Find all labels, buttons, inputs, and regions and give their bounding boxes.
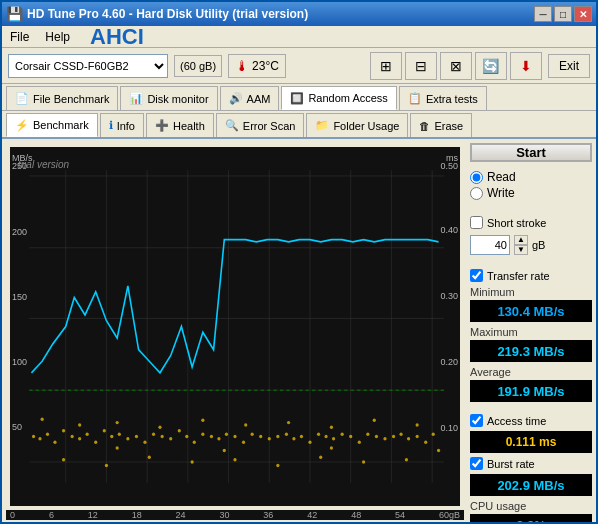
spin-down-button[interactable]: ▼ bbox=[514, 245, 528, 255]
svg-point-58 bbox=[383, 437, 386, 440]
health-label: Health bbox=[173, 120, 205, 132]
write-radio[interactable] bbox=[470, 187, 483, 200]
info-icon: ℹ bbox=[109, 119, 113, 132]
chart-svg bbox=[10, 147, 460, 506]
tab-disk-monitor[interactable]: 📊 Disk monitor bbox=[120, 86, 217, 110]
x-0: 0 bbox=[10, 510, 15, 520]
tab-health[interactable]: ➕ Health bbox=[146, 113, 214, 137]
extra-tests-icon: 📋 bbox=[408, 92, 422, 105]
svg-point-30 bbox=[152, 432, 155, 435]
tabs-row-1: 📄 File Benchmark 📊 Disk monitor 🔊 AAM 🔲 … bbox=[2, 84, 596, 111]
burst-rate-section: 202.9 MB/s bbox=[470, 474, 592, 496]
svg-point-74 bbox=[416, 423, 419, 426]
tab-benchmark[interactable]: ⚡ Benchmark bbox=[6, 113, 98, 137]
chart-area: MB/s 250 200 150 100 50 ms 0.50 0.40 0.3… bbox=[10, 147, 460, 506]
tab-random-access[interactable]: 🔲 Random Access bbox=[281, 86, 396, 110]
tab-extra-tests[interactable]: 📋 Extra tests bbox=[399, 86, 487, 110]
menu-bar: File Help AHCI bbox=[2, 26, 596, 48]
x-24: 24 bbox=[176, 510, 186, 520]
svg-point-64 bbox=[432, 432, 435, 435]
exit-button[interactable]: Exit bbox=[548, 54, 590, 78]
drive-select[interactable]: Corsair CSSD-F60GB2 bbox=[8, 54, 168, 78]
gb-unit: gB bbox=[532, 239, 545, 251]
cpu-usage-section: CPU usage 2.8% bbox=[470, 500, 592, 522]
toolbar-btn-1[interactable]: ⊞ bbox=[370, 52, 402, 80]
read-option[interactable]: Read bbox=[470, 170, 592, 184]
svg-point-43 bbox=[259, 435, 262, 438]
burst-rate-row: Burst rate bbox=[470, 457, 592, 470]
transfer-rate-checkbox[interactable] bbox=[470, 269, 483, 282]
svg-point-50 bbox=[317, 432, 320, 435]
menu-file[interactable]: File bbox=[6, 29, 33, 45]
x-42: 42 bbox=[307, 510, 317, 520]
svg-point-82 bbox=[362, 460, 365, 463]
write-option[interactable]: Write bbox=[470, 186, 592, 200]
svg-point-44 bbox=[268, 437, 271, 440]
svg-point-53 bbox=[341, 432, 344, 435]
stroke-value-row: ▲ ▼ gB bbox=[470, 235, 592, 255]
burst-rate-label: Burst rate bbox=[487, 458, 535, 470]
tab-erase[interactable]: 🗑 Erase bbox=[410, 113, 472, 137]
maximize-button[interactable]: □ bbox=[554, 6, 572, 22]
short-stroke-checkbox[interactable] bbox=[470, 216, 483, 229]
menu-help[interactable]: Help bbox=[41, 29, 74, 45]
svg-point-62 bbox=[416, 435, 419, 438]
folder-usage-icon: 📁 bbox=[315, 119, 329, 132]
toolbar-btn-4[interactable]: 🔄 bbox=[475, 52, 507, 80]
minimize-button[interactable]: ─ bbox=[534, 6, 552, 22]
disk-monitor-label: Disk monitor bbox=[147, 93, 208, 105]
tab-aam[interactable]: 🔊 AAM bbox=[220, 86, 280, 110]
svg-point-42 bbox=[251, 432, 254, 435]
tab-error-scan[interactable]: 🔍 Error Scan bbox=[216, 113, 305, 137]
tab-file-benchmark[interactable]: 📄 File Benchmark bbox=[6, 86, 118, 110]
svg-point-51 bbox=[324, 435, 327, 438]
svg-point-55 bbox=[358, 441, 361, 444]
access-time-label: Access time bbox=[487, 415, 546, 427]
tab-folder-usage[interactable]: 📁 Folder Usage bbox=[306, 113, 408, 137]
toolbar-btn-5[interactable]: ⬇ bbox=[510, 52, 542, 80]
transfer-rate-label: Transfer rate bbox=[487, 270, 550, 282]
read-write-group: Read Write bbox=[470, 166, 592, 204]
svg-point-29 bbox=[143, 441, 146, 444]
stroke-spinbox[interactable] bbox=[470, 235, 510, 255]
svg-point-61 bbox=[407, 437, 410, 440]
svg-point-28 bbox=[135, 435, 138, 438]
svg-point-21 bbox=[78, 437, 81, 440]
toolbar: Corsair CSSD-F60GB2 (60 gB) 🌡 23°C ⊞ ⊟ ⊠… bbox=[2, 48, 596, 84]
svg-point-75 bbox=[62, 458, 65, 461]
access-time-section: 0.111 ms bbox=[470, 431, 592, 453]
svg-point-18 bbox=[53, 441, 56, 444]
benchmark-icon: ⚡ bbox=[15, 119, 29, 132]
aam-label: AAM bbox=[247, 93, 271, 105]
read-radio[interactable] bbox=[470, 171, 483, 184]
x-60: 60gB bbox=[439, 510, 460, 520]
svg-point-19 bbox=[62, 429, 65, 432]
x-axis-labels: 0 6 12 18 24 30 36 42 48 54 60gB bbox=[6, 510, 464, 520]
svg-point-84 bbox=[116, 446, 119, 449]
burst-rate-value: 202.9 MB/s bbox=[470, 474, 592, 496]
spin-up-button[interactable]: ▲ bbox=[514, 235, 528, 245]
svg-point-65 bbox=[41, 417, 44, 420]
burst-rate-checkbox[interactable] bbox=[470, 457, 483, 470]
toolbar-btn-3[interactable]: ⊠ bbox=[440, 52, 472, 80]
average-value: 191.9 MB/s bbox=[470, 380, 592, 402]
close-button[interactable]: ✕ bbox=[574, 6, 592, 22]
app-icon: 💾 bbox=[6, 6, 23, 22]
svg-point-70 bbox=[244, 423, 247, 426]
toolbar-btn-2[interactable]: ⊟ bbox=[405, 52, 437, 80]
svg-point-23 bbox=[94, 441, 97, 444]
right-panel: Start Read Write Short stroke bbox=[466, 139, 596, 522]
tab-info[interactable]: ℹ Info bbox=[100, 113, 144, 137]
svg-point-86 bbox=[330, 446, 333, 449]
start-button[interactable]: Start bbox=[470, 143, 592, 162]
toolbar-buttons: ⊞ ⊟ ⊠ 🔄 ⬇ bbox=[370, 52, 542, 80]
svg-point-56 bbox=[366, 432, 369, 435]
x-30: 30 bbox=[219, 510, 229, 520]
window-controls: ─ □ ✕ bbox=[534, 6, 592, 22]
error-scan-icon: 🔍 bbox=[225, 119, 239, 132]
svg-point-87 bbox=[437, 449, 440, 452]
maximum-value: 219.3 MB/s bbox=[470, 340, 592, 362]
file-benchmark-icon: 📄 bbox=[15, 92, 29, 105]
access-time-checkbox[interactable] bbox=[470, 414, 483, 427]
window-title: HD Tune Pro 4.60 - Hard Disk Utility (tr… bbox=[27, 7, 534, 21]
